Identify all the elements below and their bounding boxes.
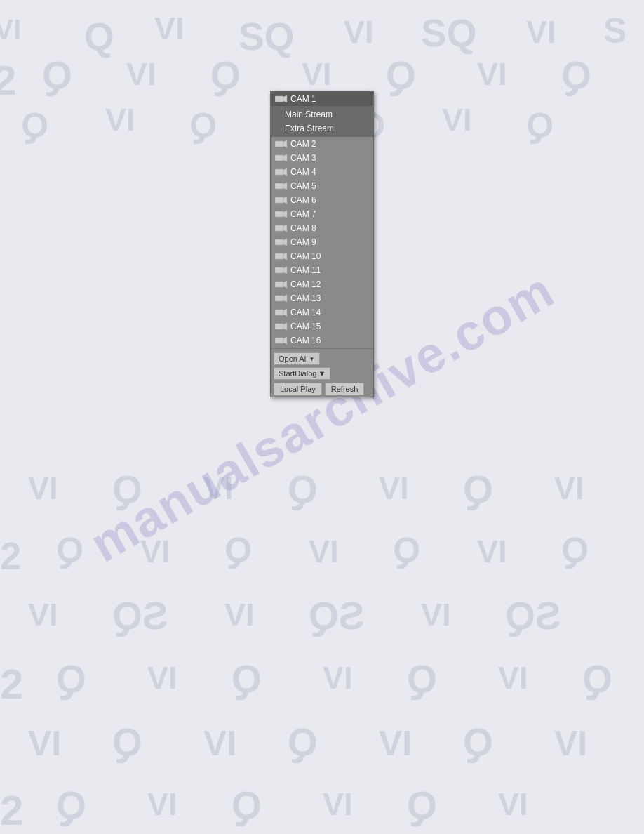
svg-marker-15 bbox=[283, 225, 287, 232]
cam9-label: CAM 9 bbox=[290, 237, 316, 247]
cam1-header[interactable]: CAM 1 bbox=[271, 92, 373, 106]
cam15-icon bbox=[275, 322, 288, 331]
cam3-row[interactable]: CAM 3 bbox=[271, 151, 373, 165]
cam4-icon bbox=[275, 168, 288, 176]
cam14-row[interactable]: CAM 14 bbox=[271, 305, 373, 319]
action-buttons-row: Local Play Refresh bbox=[274, 383, 370, 395]
svg-marker-13 bbox=[283, 211, 287, 218]
svg-rect-26 bbox=[275, 310, 283, 315]
svg-rect-12 bbox=[275, 211, 283, 217]
svg-marker-5 bbox=[283, 154, 287, 161]
cam6-icon bbox=[275, 196, 288, 204]
cam1-label: CAM 1 bbox=[290, 94, 316, 104]
svg-marker-19 bbox=[283, 253, 287, 260]
svg-rect-10 bbox=[275, 197, 283, 203]
svg-rect-18 bbox=[275, 253, 283, 259]
svg-marker-21 bbox=[283, 267, 287, 274]
cam13-row[interactable]: CAM 13 bbox=[271, 291, 373, 305]
cam15-row[interactable]: CAM 15 bbox=[271, 319, 373, 333]
main-stream-item[interactable]: Main Stream bbox=[271, 107, 373, 121]
extra-stream-item[interactable]: Extra Stream bbox=[271, 121, 373, 135]
svg-rect-20 bbox=[275, 267, 283, 273]
cam16-label: CAM 16 bbox=[290, 336, 321, 345]
svg-marker-1 bbox=[283, 95, 287, 102]
svg-rect-30 bbox=[275, 338, 283, 343]
svg-marker-3 bbox=[283, 140, 287, 147]
local-play-label: Local Play bbox=[280, 385, 316, 393]
cam2-icon bbox=[275, 140, 288, 148]
cam1-submenu: Main Stream Extra Stream bbox=[271, 106, 373, 137]
cam9-row[interactable]: CAM 9 bbox=[271, 235, 373, 249]
cam3-label: CAM 3 bbox=[290, 153, 316, 163]
start-dialog-dropdown-icon: ▼ bbox=[318, 369, 326, 378]
cam16-icon bbox=[275, 336, 288, 345]
open-all-dropdown-icon: ▼ bbox=[309, 356, 315, 362]
cam15-label: CAM 15 bbox=[290, 322, 321, 331]
svg-rect-6 bbox=[275, 169, 283, 175]
cam11-label: CAM 11 bbox=[290, 265, 321, 275]
cam5-icon bbox=[275, 182, 288, 190]
cam8-label: CAM 8 bbox=[290, 223, 316, 233]
cam13-label: CAM 13 bbox=[290, 293, 321, 303]
svg-marker-27 bbox=[283, 309, 287, 316]
cam13-icon bbox=[275, 294, 288, 303]
start-dialog-button[interactable]: StartDialog ▼ bbox=[274, 367, 330, 380]
cam9-icon bbox=[275, 238, 288, 246]
local-play-button[interactable]: Local Play bbox=[274, 383, 322, 395]
cam12-label: CAM 12 bbox=[290, 279, 321, 289]
cam7-label: CAM 7 bbox=[290, 209, 316, 219]
svg-rect-22 bbox=[275, 282, 283, 287]
camera-panel: CAM 1 Main Stream Extra Stream CAM 2 CAM… bbox=[270, 91, 374, 397]
svg-marker-29 bbox=[283, 323, 287, 330]
refresh-label: Refresh bbox=[331, 385, 358, 393]
open-all-label: Open All bbox=[279, 355, 308, 363]
cam6-row[interactable]: CAM 6 bbox=[271, 193, 373, 207]
cam7-row[interactable]: CAM 7 bbox=[271, 207, 373, 221]
panel-divider bbox=[271, 348, 373, 349]
cam12-row[interactable]: CAM 12 bbox=[271, 277, 373, 291]
open-all-row: Open All ▼ bbox=[274, 352, 370, 365]
svg-marker-7 bbox=[283, 168, 287, 176]
svg-marker-23 bbox=[283, 281, 287, 288]
cam12-icon bbox=[275, 280, 288, 289]
svg-marker-31 bbox=[283, 337, 287, 344]
cam2-label: CAM 2 bbox=[290, 139, 316, 149]
cam8-row[interactable]: CAM 8 bbox=[271, 221, 373, 235]
cam4-row[interactable]: CAM 4 bbox=[271, 165, 373, 179]
cam11-icon bbox=[275, 266, 288, 274]
svg-rect-28 bbox=[275, 324, 283, 329]
svg-rect-0 bbox=[275, 96, 283, 102]
refresh-button[interactable]: Refresh bbox=[325, 383, 365, 395]
cam14-label: CAM 14 bbox=[290, 307, 321, 317]
svg-marker-17 bbox=[283, 239, 287, 246]
svg-marker-11 bbox=[283, 197, 287, 204]
svg-marker-25 bbox=[283, 295, 287, 302]
cam2-row[interactable]: CAM 2 bbox=[271, 137, 373, 151]
cam8-icon bbox=[275, 224, 288, 232]
cam6-label: CAM 6 bbox=[290, 195, 316, 205]
cam14-icon bbox=[275, 308, 288, 317]
cam3-icon bbox=[275, 154, 288, 162]
start-dialog-label: StartDialog bbox=[279, 369, 316, 378]
open-all-button[interactable]: Open All ▼ bbox=[274, 352, 320, 365]
cam11-row[interactable]: CAM 11 bbox=[271, 263, 373, 277]
svg-rect-14 bbox=[275, 225, 283, 231]
cam1-icon bbox=[275, 95, 288, 103]
cam10-label: CAM 10 bbox=[290, 251, 321, 261]
svg-rect-24 bbox=[275, 296, 283, 301]
svg-marker-9 bbox=[283, 183, 287, 190]
cam5-row[interactable]: CAM 5 bbox=[271, 179, 373, 193]
cam4-label: CAM 4 bbox=[290, 167, 316, 177]
panel-bottom: Open All ▼ StartDialog ▼ Local Play Refr… bbox=[271, 350, 373, 397]
svg-rect-2 bbox=[275, 141, 283, 147]
cam10-row[interactable]: CAM 10 bbox=[271, 249, 373, 263]
cam5-label: CAM 5 bbox=[290, 181, 316, 191]
start-dialog-row: StartDialog ▼ bbox=[274, 367, 370, 380]
svg-rect-4 bbox=[275, 155, 283, 161]
svg-rect-8 bbox=[275, 183, 283, 189]
cam16-row[interactable]: CAM 16 bbox=[271, 333, 373, 348]
svg-rect-16 bbox=[275, 239, 283, 245]
cam7-icon bbox=[275, 210, 288, 218]
cam10-icon bbox=[275, 252, 288, 260]
